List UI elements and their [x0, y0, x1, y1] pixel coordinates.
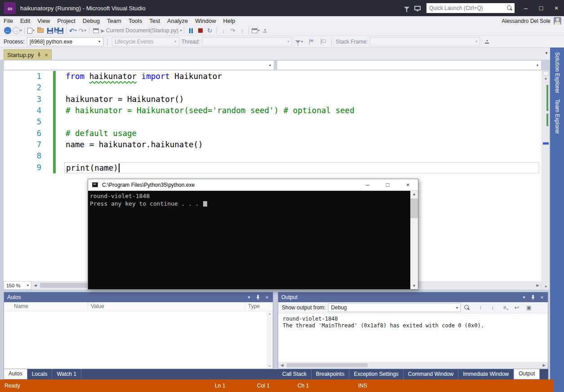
minimize-button[interactable]: – [518, 0, 533, 16]
word-wrap-icon[interactable]: ↩ [512, 304, 521, 312]
output-source-combobox[interactable]: Debug ▼ [328, 303, 461, 312]
pin-icon[interactable] [529, 294, 537, 301]
process-combobox[interactable]: [6968] python.exe ▼ [27, 37, 103, 46]
attach-to-process-icon[interactable] [91, 26, 101, 35]
feedback-icon[interactable] [401, 3, 412, 13]
column-header-value[interactable]: Value [88, 302, 245, 311]
tab-call-stack[interactable]: Call Stack [278, 369, 311, 379]
window-position-icon[interactable]: ▼ [245, 294, 253, 301]
start-debug-button[interactable]: ▶ Current Document(Startup.py) ▾ [101, 26, 182, 35]
document-list-dropdown[interactable]: ▼ [545, 51, 548, 55]
pin-icon[interactable] [36, 52, 42, 57]
output-horizontal-scrollbar[interactable]: ◀ ▶ [278, 362, 548, 369]
tab-exception-settings[interactable]: Exception Settings [349, 369, 403, 379]
code-window-icon[interactable]: ▾ [251, 26, 260, 35]
undo-icon[interactable]: ↶▾ [68, 26, 78, 35]
tab-command-window[interactable]: Command Window [404, 369, 458, 379]
code-line-2[interactable]: 2 [4, 82, 542, 93]
zoom-combobox[interactable]: 150 % ▼ [4, 281, 31, 290]
scroll-up-arrow[interactable]: ▲ [542, 76, 550, 80]
tab-breakpoints[interactable]: Breakpoints [311, 369, 349, 379]
tab-output[interactable]: Output [514, 369, 540, 379]
scroll-right-arrow[interactable]: ▶ [534, 283, 542, 287]
filter-threads-icon[interactable]: ▾ [294, 37, 304, 46]
restart-debug-button[interactable]: ↻ [205, 26, 214, 35]
new-file-icon[interactable]: ▾ [27, 26, 36, 35]
thread-combobox[interactable]: ▼ [202, 37, 292, 46]
toolbar-overflow-button[interactable]: ▾ [482, 37, 492, 46]
code-line-3[interactable]: 3haikunator = Haikunator() [4, 94, 542, 105]
navigate-backward-icon[interactable]: ← [3, 26, 12, 35]
menu-item-tools[interactable]: Tools [125, 16, 146, 26]
console-close-button[interactable]: × [398, 179, 418, 190]
python-console-window[interactable]: C:\Program Files\Python35\python.exe – □… [88, 179, 418, 290]
toolbar-overflow-button[interactable]: ▾ [260, 26, 270, 35]
toggle-float-icon[interactable]: ▣ [524, 304, 533, 312]
console-scrollbar[interactable]: ▲ ▼ [410, 191, 418, 289]
next-message-icon[interactable]: ↓ [488, 304, 497, 312]
console-maximize-button[interactable]: □ [377, 179, 398, 190]
pause-debug-button[interactable] [186, 26, 195, 35]
autos-scrollbar[interactable]: ▲ ▼ [266, 311, 273, 369]
quick-launch-search[interactable] [426, 3, 515, 13]
stop-debug-button[interactable] [195, 26, 205, 35]
code-text[interactable] [64, 116, 539, 128]
navigate-forward-icon[interactable]: →▾ [12, 26, 22, 35]
side-tab-solution-explorer[interactable]: Solution Explorer [554, 52, 560, 93]
code-text[interactable]: print(name) [64, 162, 539, 173]
console-title-bar[interactable]: C:\Program Files\Python35\python.exe – □… [88, 179, 418, 191]
tab-immediate-window[interactable]: Immediate Window [458, 369, 514, 379]
close-button[interactable]: × [549, 0, 564, 16]
console-minimize-button[interactable]: – [357, 179, 377, 190]
autos-panel-header[interactable]: Autos ▼ × [4, 292, 273, 302]
code-text[interactable]: # haikunator = Haikunator(seed='random s… [64, 105, 539, 116]
scroll-up-arrow[interactable]: ▲ [410, 192, 418, 196]
menu-item-edit[interactable]: Edit [17, 16, 34, 26]
open-file-icon[interactable] [36, 26, 45, 35]
user-name[interactable]: Alessandro Del Sole [502, 18, 551, 24]
step-into-button[interactable]: ↓ [218, 26, 228, 35]
redo-icon[interactable]: ↷▾ [78, 26, 87, 35]
quick-launch-input[interactable] [426, 5, 507, 11]
menu-item-window[interactable]: Window [191, 16, 219, 26]
status-column[interactable]: Col 1 [257, 383, 270, 389]
code-text[interactable]: haikunator = Haikunator() [64, 94, 539, 105]
scroll-down-arrow[interactable]: ▼ [266, 365, 273, 368]
scrollbar-splitter[interactable] [543, 71, 549, 75]
console-body[interactable]: round-violet-1848Press any key to contin… [88, 191, 418, 289]
scroll-left-arrow[interactable]: ◀ [278, 363, 286, 367]
code-line-5[interactable]: 5 [4, 116, 542, 128]
menu-item-view[interactable]: View [34, 16, 53, 26]
send-feedback-icon[interactable] [412, 3, 423, 13]
code-line-1[interactable]: 1from haikunator import Haikunator [4, 71, 542, 82]
code-text[interactable] [64, 82, 539, 93]
scroll-down-arrow[interactable]: ▼ [410, 284, 418, 288]
pin-icon[interactable] [254, 294, 262, 301]
window-position-icon[interactable]: ▼ [520, 294, 528, 301]
stack-frame-combobox[interactable]: ▼ [370, 37, 480, 46]
clear-all-icon[interactable]: ≡× [500, 304, 509, 312]
scroll-left-arrow[interactable]: ◀ [31, 283, 39, 287]
maximize-button[interactable]: □ [533, 0, 549, 16]
navigation-members-combobox[interactable]: ▼ [277, 60, 542, 70]
menu-item-team[interactable]: Team [103, 16, 125, 26]
save-icon[interactable] [45, 26, 55, 35]
code-line-4[interactable]: 4# haikunator = Haikunator(seed='random … [4, 105, 542, 116]
close-panel-icon[interactable]: × [263, 294, 271, 301]
flag-thread-icon[interactable] [318, 37, 327, 46]
code-line-6[interactable]: 6# default usage [4, 128, 542, 139]
flagged-threads-icon[interactable] [306, 37, 315, 46]
tab-autos[interactable]: Autos [4, 369, 27, 379]
tab-watch-1[interactable]: Watch 1 [52, 369, 81, 379]
code-line-7[interactable]: 7name = haikunator.haikunate() [4, 139, 542, 150]
column-header-name[interactable]: Name [4, 302, 88, 311]
status-line[interactable]: Ln 1 [215, 383, 225, 389]
side-tab-team-explorer[interactable]: Team Explorer [554, 99, 560, 134]
find-message-icon[interactable] [463, 304, 473, 312]
output-panel-header[interactable]: Output ▼ × [278, 292, 548, 302]
menu-item-help[interactable]: Help [220, 16, 239, 26]
console-scrollbar-thumb[interactable] [410, 198, 418, 218]
code-text[interactable]: from haikunator import Haikunator [64, 71, 539, 82]
tab-locals[interactable]: Locals [27, 369, 53, 379]
step-over-button[interactable]: ↷ [228, 26, 237, 35]
